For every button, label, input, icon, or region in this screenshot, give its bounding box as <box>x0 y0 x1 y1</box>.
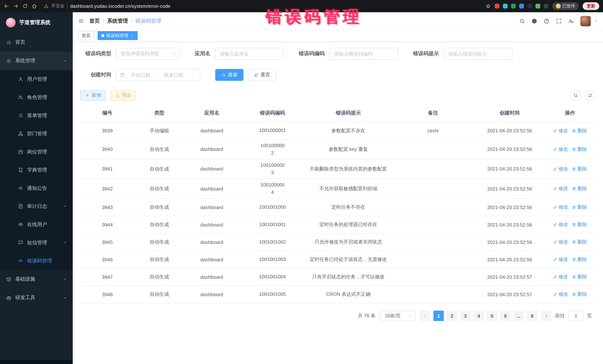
chevron-down-icon <box>408 314 412 318</box>
tag-home[interactable]: 首页 <box>78 31 94 40</box>
edit-link[interactable]: 修改 <box>553 256 568 263</box>
sidebar-item-infra[interactable]: 基础设施 <box>0 270 73 288</box>
date-range-picker[interactable]: - <box>116 69 200 81</box>
goto-label: 前往 <box>555 313 565 319</box>
next-page-button[interactable] <box>541 311 551 321</box>
reload-icon[interactable] <box>22 3 28 9</box>
extension-icon[interactable] <box>519 4 524 9</box>
paused-pill[interactable]: 已暂停 <box>552 2 579 10</box>
extension-icon[interactable] <box>535 4 540 9</box>
extension-icon[interactable] <box>527 4 532 9</box>
edit-link[interactable]: 修改 <box>553 146 568 153</box>
sidebar-item-role[interactable]: 角色管理 <box>0 88 73 106</box>
font-size-icon[interactable] <box>568 18 574 24</box>
refresh-table-button[interactable] <box>585 90 596 101</box>
error-msg-input[interactable] <box>443 48 512 60</box>
sidebar-item-audit-log[interactable]: 审计日志 <box>0 197 73 215</box>
error-code-input[interactable] <box>329 48 398 60</box>
pager-page-1[interactable]: 1 <box>433 311 444 321</box>
home-icon[interactable] <box>32 3 37 9</box>
end-date-input[interactable] <box>160 72 187 78</box>
sidebar-item-dept[interactable]: 部门管理 <box>0 124 73 143</box>
delete-link[interactable]: 删除 <box>572 185 587 192</box>
reset-button[interactable]: 重置 <box>248 69 276 81</box>
delete-link[interactable]: 删除 <box>572 256 587 263</box>
profile-emoji-icon <box>556 4 560 9</box>
goto-page-input[interactable] <box>568 311 583 321</box>
sidebar-item-dict[interactable]: 字典管理 <box>0 161 73 179</box>
forward-icon[interactable] <box>13 3 19 9</box>
delete-link[interactable]: 删除 <box>572 166 587 172</box>
delete-link[interactable]: 删除 <box>572 146 587 153</box>
breadcrumb-home[interactable]: 首页 <box>89 18 104 24</box>
sidebar-item-user[interactable]: 用户管理 <box>0 70 73 88</box>
delete-link[interactable]: 删除 <box>572 127 587 134</box>
sidebar-item-home[interactable]: 首页 <box>0 33 73 52</box>
prev-page-button[interactable] <box>419 311 430 321</box>
delete-icon <box>572 223 576 227</box>
cell-time: 2021-04-20 23:52:56 <box>475 251 544 268</box>
cell-id: 3948 <box>80 286 135 303</box>
sidebar-item-notice[interactable]: 通知公告 <box>0 179 73 197</box>
close-icon[interactable] <box>130 34 134 37</box>
edit-link[interactable]: 修改 <box>553 127 568 134</box>
extension-icon[interactable] <box>503 4 508 9</box>
error-type-select[interactable]: 请选择错误码类型 <box>116 48 180 60</box>
sidebar-item-dev-tool[interactable]: 研发工具 <box>0 288 73 307</box>
cell-time: 2021-04-20 23:52:56 <box>475 216 544 233</box>
address-bar[interactable]: 不安全 dashboard.yudao.iocoder.cn/system/er… <box>41 3 481 9</box>
sidebar-item-online-user[interactable]: 在线用户 <box>0 215 73 233</box>
extension-icon[interactable] <box>544 4 548 9</box>
edit-link[interactable]: 修改 <box>553 185 568 192</box>
bookmark-star-icon[interactable] <box>485 3 491 9</box>
search-icon[interactable] <box>519 18 525 24</box>
edit-link[interactable]: 修改 <box>553 221 568 228</box>
pager-page-8[interactable]: 8 <box>527 311 537 321</box>
help-icon[interactable] <box>544 18 550 24</box>
page-size-select[interactable]: 10条/页 <box>380 311 416 321</box>
delete-link[interactable]: 删除 <box>572 221 587 228</box>
sidebar-item-post[interactable]: 岗位管理 <box>0 143 73 161</box>
tag-error-code[interactable]: 错误码管理 <box>98 31 138 40</box>
export-button[interactable]: 导出 <box>110 90 136 101</box>
edit-link[interactable]: 修改 <box>553 291 568 298</box>
delete-link[interactable]: 删除 <box>572 291 587 298</box>
edit-link[interactable]: 修改 <box>553 166 568 172</box>
toggle-search-button[interactable] <box>570 90 581 101</box>
logo[interactable]: 芋道管理系统 <box>0 12 73 33</box>
fullscreen-icon[interactable] <box>556 18 562 24</box>
sidebar-collapse-bar[interactable] <box>0 360 73 364</box>
caret-down-icon[interactable] <box>594 19 598 23</box>
hamburger-icon[interactable] <box>78 18 84 24</box>
user-avatar[interactable] <box>580 16 591 26</box>
back-icon[interactable] <box>4 3 9 9</box>
pager-page-3[interactable]: 3 <box>460 311 471 321</box>
sidebar-item-sms[interactable]: 短信管理 <box>0 233 73 252</box>
delete-link[interactable]: 删除 <box>572 239 587 246</box>
edit-link[interactable]: 修改 <box>553 239 568 246</box>
pager-page-2[interactable]: 2 <box>447 311 457 321</box>
pager-page-5[interactable]: 5 <box>487 311 497 321</box>
pager-page-4[interactable]: 4 <box>474 311 484 321</box>
edit-link[interactable]: 修改 <box>553 274 568 280</box>
sidebar-item-menu[interactable]: 菜单管理 <box>0 106 73 124</box>
pager-page-6[interactable]: 6 <box>500 311 510 321</box>
sidebar-item-error-code[interactable]: 错误码管理 <box>0 252 73 270</box>
github-icon[interactable] <box>531 18 537 24</box>
update-pill[interactable]: 更新 <box>583 2 599 10</box>
add-button[interactable]: 新增 <box>80 90 106 101</box>
extension-icon[interactable] <box>511 4 516 9</box>
start-date-input[interactable] <box>127 72 154 78</box>
delete-link[interactable]: 删除 <box>572 274 587 280</box>
cell-remark <box>391 179 475 199</box>
delete-link[interactable]: 删除 <box>572 204 587 211</box>
edit-icon <box>553 187 557 191</box>
app-name-input[interactable] <box>215 48 284 60</box>
extension-icon[interactable] <box>494 4 499 9</box>
pager-more[interactable]: ... <box>514 311 524 321</box>
search-button[interactable]: 搜索 <box>215 69 244 81</box>
breadcrumb-system[interactable]: 系统管理 <box>107 18 132 24</box>
sidebar-item-system[interactable]: 系统管理 <box>0 52 73 70</box>
edit-link[interactable]: 修改 <box>553 204 568 211</box>
active-dot-icon <box>101 34 104 37</box>
